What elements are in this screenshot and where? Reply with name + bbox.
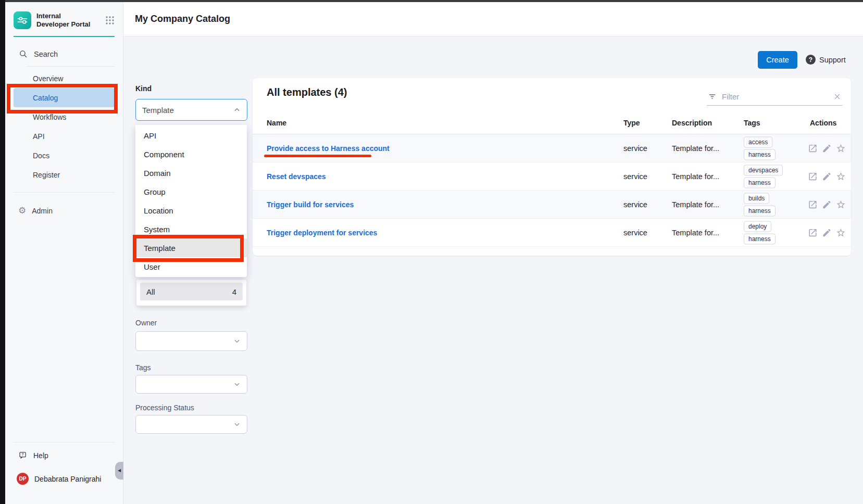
sidebar: Internal Developer Portal Search Overvie… bbox=[5, 2, 123, 504]
create-button[interactable]: Create bbox=[758, 51, 797, 69]
table-header: Name Type Description Tags Actions bbox=[253, 119, 851, 134]
row-type: service bbox=[623, 172, 647, 181]
app-title: Internal Developer Portal bbox=[36, 12, 95, 29]
table-rows: Provide access to Harness account servic… bbox=[253, 134, 851, 247]
nav-item-label: API bbox=[33, 132, 45, 141]
apps-grid-icon[interactable] bbox=[105, 16, 115, 25]
row-description: Template for... bbox=[672, 229, 719, 237]
help-button[interactable]: ? Help bbox=[14, 451, 115, 460]
table-row: Trigger build for services service Templ… bbox=[253, 191, 851, 219]
kind-option-label: Component bbox=[144, 150, 184, 159]
kind-option-group[interactable]: Group bbox=[135, 182, 247, 201]
sidebar-collapse-handle[interactable]: ◀ bbox=[115, 462, 123, 480]
nav-item-label: Docs bbox=[33, 152, 49, 160]
kind-select[interactable]: Template bbox=[135, 99, 247, 121]
nav-item-label: Register bbox=[33, 171, 60, 179]
row-description: Template for... bbox=[672, 172, 719, 181]
column-header-actions: Actions bbox=[810, 119, 836, 127]
sidebar-search[interactable]: Search bbox=[14, 49, 115, 58]
kind-option-system[interactable]: System bbox=[135, 220, 247, 238]
row-name-link[interactable]: Trigger build for services bbox=[267, 200, 354, 209]
window-left-strip bbox=[0, 0, 5, 504]
tag-chip: access bbox=[744, 136, 772, 147]
tag-chip: harness bbox=[744, 205, 776, 216]
edit-pencil-icon[interactable] bbox=[822, 228, 832, 237]
kind-option-location[interactable]: Location bbox=[135, 201, 247, 220]
templates-title: All templates (4) bbox=[267, 86, 347, 98]
processing-status-select[interactable] bbox=[135, 415, 247, 434]
clear-filter-icon[interactable] bbox=[833, 93, 841, 100]
sidebar-item-docs[interactable]: Docs bbox=[14, 146, 115, 165]
edit-pencil-icon[interactable] bbox=[822, 171, 832, 181]
sidebar-item-catalog[interactable]: Catalog bbox=[14, 88, 115, 107]
open-in-new-icon[interactable] bbox=[808, 171, 818, 181]
collapse-arrow-icon: ◀ bbox=[118, 469, 121, 473]
sidebar-item-admin[interactable]: ⚙ Admin bbox=[14, 206, 115, 215]
chevron-down-icon bbox=[233, 421, 241, 428]
row-actions bbox=[808, 199, 846, 209]
tag-chip: harness bbox=[744, 177, 776, 188]
kind-summary-row-all[interactable]: All 4 bbox=[140, 283, 243, 300]
window-top-strip bbox=[0, 0, 863, 2]
sidebar-item-register[interactable]: Register bbox=[14, 165, 115, 184]
nav-item-label: Overview bbox=[33, 74, 63, 83]
sidebar-item-overview[interactable]: Overview bbox=[14, 69, 115, 88]
sidebar-item-api[interactable]: API bbox=[14, 127, 115, 146]
chevron-down-icon bbox=[233, 337, 241, 345]
owner-label: Owner bbox=[135, 319, 157, 327]
support-button[interactable]: ? Support bbox=[806, 55, 846, 65]
kind-option-label: Location bbox=[144, 206, 173, 215]
kind-option-api[interactable]: API bbox=[135, 126, 247, 145]
logo-row: Internal Developer Portal bbox=[14, 11, 115, 29]
sidebar-bottom: ? Help DP Debabrata Panigrahi bbox=[14, 442, 115, 485]
divider bbox=[14, 442, 115, 443]
tags-label: Tags bbox=[135, 363, 151, 372]
nav-item-label: Catalog bbox=[33, 94, 58, 102]
support-label: Support bbox=[819, 56, 846, 64]
star-icon[interactable] bbox=[836, 171, 846, 181]
tag-chip: harness bbox=[744, 149, 776, 160]
chevron-down-icon bbox=[233, 381, 241, 388]
divider bbox=[14, 192, 115, 193]
processing-status-label: Processing Status bbox=[135, 404, 194, 412]
page-header: My Company Catalog bbox=[123, 2, 863, 36]
kind-dropdown-menu: API Component Domain Group Location Syst… bbox=[135, 125, 247, 277]
row-name-link[interactable]: Provide access to Harness account bbox=[267, 144, 390, 153]
sidebar-nav: Overview Catalog Workflows API Docs Regi… bbox=[14, 69, 115, 184]
row-name-link[interactable]: Trigger deployment for services bbox=[267, 229, 377, 237]
open-in-new-icon[interactable] bbox=[808, 199, 818, 209]
kind-summary-count: 4 bbox=[232, 287, 236, 296]
edit-pencil-icon[interactable] bbox=[822, 143, 832, 153]
templates-card: All templates (4) Name Type Description … bbox=[253, 78, 851, 256]
sidebar-item-workflows[interactable]: Workflows bbox=[14, 107, 115, 127]
row-description: Template for... bbox=[672, 200, 719, 209]
tag-chip: devspaces bbox=[744, 165, 783, 175]
row-name-link[interactable]: Reset devspaces bbox=[267, 172, 326, 181]
filter-input[interactable] bbox=[722, 92, 828, 101]
chevron-up-icon bbox=[233, 106, 241, 114]
search-icon bbox=[19, 49, 28, 58]
row-actions bbox=[808, 171, 846, 181]
gear-icon: ⚙ bbox=[18, 206, 26, 215]
tags-select[interactable] bbox=[135, 375, 247, 394]
table-row: Trigger deployment for services service … bbox=[253, 219, 851, 247]
edit-pencil-icon[interactable] bbox=[822, 199, 832, 209]
kind-option-domain[interactable]: Domain bbox=[135, 163, 247, 182]
star-icon[interactable] bbox=[836, 143, 846, 153]
open-in-new-icon[interactable] bbox=[808, 228, 818, 237]
kind-option-template[interactable]: Template bbox=[135, 238, 247, 257]
kind-option-user[interactable]: User bbox=[135, 257, 247, 276]
kind-option-label: Group bbox=[144, 187, 166, 196]
star-icon[interactable] bbox=[836, 199, 846, 209]
app-logo-icon bbox=[14, 11, 31, 29]
kind-option-component[interactable]: Component bbox=[135, 145, 247, 163]
divider bbox=[26, 66, 115, 67]
open-in-new-icon[interactable] bbox=[808, 143, 818, 153]
table-row: Reset devspaces service Template for... … bbox=[253, 162, 851, 191]
column-header-tags: Tags bbox=[744, 119, 760, 127]
nav-item-label: Workflows bbox=[33, 113, 66, 121]
owner-select[interactable] bbox=[135, 331, 247, 351]
star-icon[interactable] bbox=[836, 228, 846, 237]
kind-option-label: API bbox=[144, 131, 156, 140]
user-menu[interactable]: DP Debabrata Panigrahi bbox=[14, 473, 115, 485]
